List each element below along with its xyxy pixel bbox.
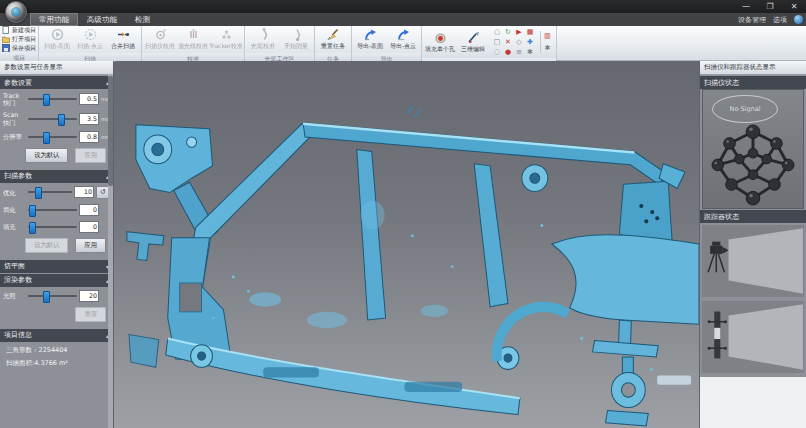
scrollbar-thumb[interactable] (108, 76, 113, 186)
tab-inspection[interactable]: 检测 (126, 13, 159, 26)
right-panel-empty-area (700, 377, 806, 428)
close-button[interactable]: ✕ (782, 0, 806, 13)
select-brush-icon[interactable]: ✱ (525, 47, 535, 57)
select-lines-icon[interactable]: ≡ (514, 47, 524, 57)
section-header-scanner-status[interactable]: 扫描仪状态 (700, 76, 806, 89)
probe-measure-icon (290, 28, 303, 41)
left-panel-header: 参数设置与任务显示 (0, 61, 113, 75)
tracker-fov-side-view (702, 301, 804, 373)
left-panel: 参数设置与任务显示 参数设置 ▴ Track快门 0.5 ms Scan快门 3… (0, 61, 114, 428)
section-header-cut-plane[interactable]: 切平面 ▾ (0, 260, 113, 273)
select-ellipse-icon[interactable]: ○ (492, 27, 502, 37)
reset-task-button[interactable]: 重置任务 (317, 27, 349, 52)
tracker-fov-top-view (702, 225, 804, 297)
minimize-button[interactable]: — (734, 0, 758, 13)
optimize-value[interactable]: 10 (74, 186, 94, 198)
refresh-selection-icon[interactable]: ↻ (503, 27, 513, 37)
section-header-project-info[interactable]: 项目信息 ▴ (0, 329, 113, 342)
save-icon (2, 44, 10, 52)
add-selection-icon[interactable]: ✚ (525, 37, 535, 47)
ribbon-group-calibration: 扫描仪校准 激光线校准 Tracker校准 校准 (142, 26, 245, 60)
menu-options[interactable]: 选项 (773, 15, 787, 25)
select-polygon-icon[interactable]: ◇ (514, 37, 524, 47)
probe-pen-icon (257, 28, 270, 41)
left-panel-scrollbar[interactable] (108, 74, 113, 428)
select-rect-icon[interactable]: □ (492, 37, 502, 47)
resolution-slider[interactable] (28, 136, 77, 138)
fill-single-hole-button[interactable]: 填充单个孔 (424, 30, 456, 55)
slider-thumb[interactable] (43, 132, 50, 144)
tracker-calibration-button[interactable]: Tracker校准 (210, 27, 242, 52)
scan-shutter-slider[interactable] (28, 118, 77, 120)
section-header-tracker-status[interactable]: 跟踪器状态 (700, 210, 806, 223)
track-shutter-slider[interactable] (28, 98, 77, 100)
pattern-icon[interactable]: ✱ (544, 43, 551, 53)
tab-advanced-functions[interactable]: 高级功能 (78, 13, 126, 26)
3d-viewport[interactable] (114, 61, 699, 428)
maximize-button[interactable]: ❐ (758, 0, 782, 13)
section-header-scan-params[interactable]: 扫描参数 ▴ (0, 170, 113, 183)
simplify-row: 简化 0 (0, 201, 113, 218)
title-bar: — ❐ ✕ (0, 0, 806, 13)
no-signal-indicator: No Signal (712, 95, 778, 123)
set-default-button[interactable]: 设为默认 (25, 238, 68, 253)
apply-button[interactable]: 应用 (75, 238, 106, 253)
about-icon[interactable] (794, 15, 803, 24)
scan-pointcloud-button[interactable]: 扫描-点云 (74, 27, 106, 52)
export-pointcloud-button[interactable]: 导出-点云 (387, 27, 419, 52)
app-logo[interactable] (5, 1, 27, 23)
fill-value[interactable]: 0 (79, 221, 99, 233)
slider-thumb[interactable] (58, 114, 65, 126)
open-project-button[interactable]: 打开项目 (2, 35, 36, 43)
trash-icon[interactable]: ▥ (544, 31, 551, 41)
select-lasso-icon[interactable]: ◌ (492, 47, 502, 57)
track-shutter-value[interactable]: 0.5 (79, 93, 99, 105)
section-header-parameters[interactable]: 参数设置 ▴ (0, 76, 113, 89)
scanner-calibration-button[interactable]: 扫描仪校准 (144, 27, 176, 52)
select-point-icon[interactable]: ● (503, 47, 513, 57)
ribbon-group-scan: 扫描-表面 扫描-点云 合并扫描 扫描 (39, 26, 142, 60)
cancel-selection-icon[interactable]: ✕ (503, 37, 513, 47)
slider-thumb[interactable] (29, 205, 36, 217)
new-project-button[interactable]: 新建项目 (2, 26, 36, 34)
slider-thumb[interactable] (43, 291, 50, 303)
tracker-target-ball (705, 120, 801, 206)
scan-surface-icon (51, 28, 64, 41)
triangle-count: 三角形数：2254404 (0, 342, 113, 357)
section-header-render-params[interactable]: 渲染参数 ▴ (0, 274, 113, 287)
lighting-slider[interactable] (28, 295, 77, 297)
slider-thumb[interactable] (43, 94, 50, 106)
scan-pointcloud-icon (84, 28, 97, 41)
simplify-slider[interactable] (28, 209, 77, 211)
scan-shutter-value[interactable]: 3.5 (79, 113, 99, 125)
save-project-button[interactable]: 保存项目 (2, 44, 36, 52)
menu-device-management[interactable]: 设备管理 (738, 15, 766, 25)
fill-hole-icon (434, 31, 447, 44)
new-document-icon (2, 26, 10, 34)
slider-thumb[interactable] (29, 222, 36, 234)
merge-scan-button[interactable]: 合并扫描 (107, 27, 139, 52)
edit-3d-button[interactable]: 三维编辑 (457, 30, 489, 55)
set-default-button[interactable]: 设为默认 (25, 148, 68, 163)
scan-surface-button[interactable]: 扫描-表面 (41, 27, 73, 52)
scan-area: 扫描面积:4.3766 m² (0, 357, 113, 370)
resolution-row: 分辨率 0.8 mm (0, 128, 113, 145)
lighting-value[interactable]: 20 (79, 290, 99, 302)
slider-thumb[interactable] (35, 187, 42, 199)
optimize-slider[interactable] (28, 191, 72, 193)
start-measure-button[interactable]: 开始测量 (280, 27, 312, 52)
laser-line-calibration-button[interactable]: 激光线校准 (177, 27, 209, 52)
apply-button[interactable]: 应用 (75, 148, 106, 163)
resolution-value[interactable]: 0.8 (79, 131, 99, 143)
tab-common-functions[interactable]: 常用功能 (30, 13, 78, 26)
reset-button[interactable]: 重置 (75, 307, 106, 322)
delete-region-icon[interactable]: ▦ (525, 27, 535, 37)
simplify-value[interactable]: 0 (79, 204, 99, 216)
ribbon-group-pen-workspace: 光笔校准 开始测量 光笔工作区 (245, 26, 315, 60)
probe-fov-icon (702, 301, 804, 373)
mark-region-icon[interactable]: ▶ (514, 27, 524, 37)
export-surface-button[interactable]: 导出-表面 (354, 27, 386, 52)
fill-slider[interactable] (28, 226, 77, 228)
export-arrow-icon (364, 28, 377, 41)
pen-calibration-button[interactable]: 光笔校准 (247, 27, 279, 52)
